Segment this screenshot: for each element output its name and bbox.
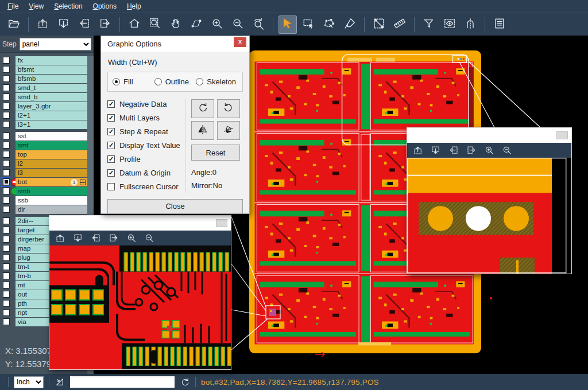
layer-row-l3[interactable]: l3 xyxy=(0,169,87,177)
layer-row-sst[interactable]: sst xyxy=(0,132,87,141)
unit-select[interactable]: Inch xyxy=(14,376,44,388)
box-arrow-up-button[interactable] xyxy=(55,233,65,243)
report-button[interactable] xyxy=(490,15,509,34)
layer-row-layer_3.gbr[interactable]: layer_3.gbr xyxy=(0,102,87,111)
net-trace-button[interactable] xyxy=(461,15,479,34)
folder-open-button[interactable] xyxy=(5,15,23,34)
home-button[interactable] xyxy=(125,15,144,34)
box-arrow-left-button[interactable] xyxy=(448,145,459,155)
highlight-view-button[interactable] xyxy=(440,15,459,34)
radio-fill[interactable]: Fill xyxy=(113,77,154,86)
box-arrow-right-button[interactable] xyxy=(96,15,114,34)
box-arrow-down-button[interactable] xyxy=(431,145,441,155)
layer-visibility-checkbox[interactable] xyxy=(3,300,10,307)
poly-select-button[interactable] xyxy=(320,15,338,34)
pan-hand-button[interactable] xyxy=(167,15,185,34)
box-arrow-down-button[interactable] xyxy=(73,233,83,243)
zoom-previous-button[interactable] xyxy=(249,15,268,34)
box-arrow-down-button[interactable] xyxy=(55,15,73,34)
layer-label[interactable]: bfsmb xyxy=(16,75,87,83)
layer-label[interactable]: top xyxy=(16,150,87,159)
layer-visibility-checkbox[interactable] xyxy=(3,178,10,185)
checkbox-box[interactable] xyxy=(107,183,115,190)
layer-visibility-checkbox[interactable] xyxy=(3,309,10,316)
layer-label[interactable]: smb xyxy=(16,187,87,196)
layer-row-bot[interactable]: bot1 xyxy=(0,178,87,186)
layer-visibility-checkbox[interactable] xyxy=(3,217,10,224)
layer-label[interactable]: l3+1 xyxy=(16,120,87,129)
layer-row-bfsmt[interactable]: bfsmt xyxy=(0,65,87,74)
layer-label[interactable]: dir xyxy=(16,205,87,214)
layer-visibility-checkbox[interactable] xyxy=(3,84,10,91)
layer-visibility-checkbox[interactable] xyxy=(3,206,10,213)
box-arrow-right-button[interactable] xyxy=(466,145,477,155)
checkbox-step-repeat[interactable]: ✓Step & Repeat xyxy=(107,127,185,136)
layer-visibility-checkbox[interactable] xyxy=(3,282,10,288)
layer-label[interactable]: l3 xyxy=(16,169,87,177)
rotate-ccw-button[interactable] xyxy=(217,99,240,118)
layer-row-dir[interactable]: dir xyxy=(0,205,87,214)
step-select[interactable]: panel xyxy=(20,38,91,50)
zoom-out-button[interactable] xyxy=(229,15,247,34)
checkbox-fullscreen-cursor[interactable]: Fullscreen Cursor xyxy=(107,182,185,191)
layer-visibility-checkbox[interactable] xyxy=(3,169,10,176)
radio-dot[interactable] xyxy=(113,78,120,85)
checkbox-profile[interactable]: ✓Profile xyxy=(107,155,185,163)
filter-button[interactable] xyxy=(420,15,438,34)
layer-visibility-checkbox[interactable] xyxy=(3,236,10,243)
dialog-close-icon[interactable]: x xyxy=(234,37,246,47)
close-button[interactable]: Close xyxy=(107,199,243,214)
menu-help[interactable]: Help xyxy=(122,1,146,12)
layer-visibility-checkbox[interactable] xyxy=(3,112,10,119)
layer-label[interactable]: layer_3.gbr xyxy=(16,102,87,111)
layer-visibility-checkbox[interactable] xyxy=(3,142,10,149)
checkbox-display-text-value[interactable]: ✓Display Text Value xyxy=(107,141,185,150)
layer-row-bfsmb[interactable]: bfsmb xyxy=(0,75,87,83)
zoom-region-button[interactable] xyxy=(146,15,164,34)
zoom-window-viewport[interactable] xyxy=(407,158,571,274)
layer-label[interactable]: ssb xyxy=(16,196,87,205)
step-repeat-grid-icon[interactable] xyxy=(80,180,86,185)
rect-select-button[interactable] xyxy=(299,15,318,34)
zoom-window-titlebar[interactable] xyxy=(407,128,571,143)
layer-visibility-checkbox[interactable] xyxy=(3,197,10,204)
layer-visibility-checkbox[interactable] xyxy=(3,318,10,325)
layer-label[interactable]: sst xyxy=(16,132,87,141)
zoom-out-button[interactable] xyxy=(502,145,512,155)
checkbox-negative-data[interactable]: ✓Negative Data xyxy=(107,100,185,108)
dialog-titlebar[interactable]: Graphic Options x xyxy=(101,36,249,52)
layer-visibility-checkbox[interactable] xyxy=(3,57,10,64)
layer-row-l3+1[interactable]: l3+1 xyxy=(0,120,87,129)
menu-view[interactable]: View xyxy=(24,1,49,12)
layer-label[interactable]: fx xyxy=(16,56,87,65)
box-arrow-up-button[interactable] xyxy=(34,15,52,34)
ruler-button[interactable] xyxy=(390,15,409,34)
layer-visibility-checkbox[interactable] xyxy=(3,188,10,194)
layer-visibility-checkbox[interactable] xyxy=(3,160,10,167)
layer-row-smd_b[interactable]: smd_b xyxy=(0,93,87,102)
layer-row-smt[interactable]: smt xyxy=(0,141,87,150)
mirror-horizontal-button[interactable] xyxy=(191,121,214,140)
checkbox-multi-layers[interactable]: ✓Multi Layers xyxy=(107,114,185,122)
mirror-vertical-button[interactable] xyxy=(217,121,240,140)
radio-outline[interactable]: Outline xyxy=(154,77,196,86)
box-arrow-left-button[interactable] xyxy=(75,15,94,34)
zoom-window-viewport[interactable] xyxy=(49,245,231,369)
checkbox-box[interactable]: ✓ xyxy=(107,100,115,108)
move-vertex-button[interactable] xyxy=(187,15,206,34)
checkbox-box[interactable]: ✓ xyxy=(107,155,115,163)
brush-button[interactable] xyxy=(341,15,359,34)
menu-options[interactable]: Options xyxy=(88,1,122,12)
layer-visibility-checkbox[interactable] xyxy=(3,263,10,270)
corner-angle-icon[interactable] xyxy=(55,377,65,387)
layer-row-l2+1[interactable]: l2+1 xyxy=(0,111,87,120)
layer-label[interactable]: smd_t xyxy=(16,84,87,92)
layer-visibility-checkbox[interactable] xyxy=(3,132,10,139)
layer-visibility-checkbox[interactable] xyxy=(3,93,10,100)
measure-distance-button[interactable] xyxy=(370,15,388,34)
layer-label[interactable]: smt xyxy=(16,141,87,150)
layer-visibility-checkbox[interactable] xyxy=(3,66,10,73)
layer-visibility-checkbox[interactable] xyxy=(3,245,10,252)
layer-visibility-checkbox[interactable] xyxy=(3,75,10,82)
checkbox-box[interactable]: ✓ xyxy=(107,114,115,122)
